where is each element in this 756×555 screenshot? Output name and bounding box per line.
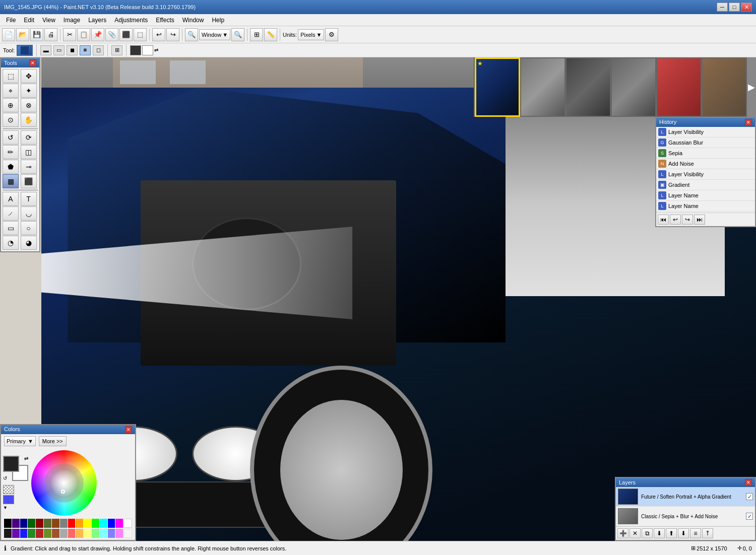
menu-layers[interactable]: Layers [84,16,110,25]
tool-line[interactable]: ⟋ [3,206,19,221]
palette-r2-10[interactable] [76,529,83,538]
palette-r2-3[interactable] [20,529,28,538]
tool-pencil[interactable]: ✏ [3,145,19,159]
palette-orange[interactable] [76,519,83,528]
tool-paintbucket[interactable]: ⬟ [3,160,19,174]
palette-saddlebrown[interactable] [52,519,59,528]
palette-cyan[interactable] [100,519,107,528]
layers-close-button[interactable]: ✕ [745,479,752,486]
tool-clone-stamp[interactable]: ⊕ [3,98,19,112]
thumbnail-5[interactable] [656,57,702,117]
palette-r2-9[interactable] [68,529,76,538]
select-all-button[interactable]: ⬚ [134,28,147,41]
palette-yellow[interactable] [84,519,91,528]
palette-darkred[interactable] [36,519,43,528]
duplicate-layer-button[interactable]: ⧉ [642,528,653,538]
window-dropdown[interactable]: Window ▼ [199,29,230,40]
menu-window[interactable]: Window [178,16,208,25]
tool-shapes[interactable]: ◡ [21,206,37,221]
palette-r2-6[interactable] [44,529,51,538]
ruler-button[interactable]: 📏 [264,28,277,41]
thumbnail-4[interactable] [611,57,656,117]
shape-4-btn[interactable]: ◾ [80,45,91,55]
palette-r2-8[interactable] [60,529,68,538]
tool-text[interactable]: A [3,192,19,206]
palette-darkblue[interactable] [20,519,28,528]
palette-r2-14[interactable] [108,529,115,538]
colors-more-button[interactable]: More >> [39,436,67,446]
tool-extra[interactable]: ◕ [21,236,37,250]
minimize-button[interactable]: ─ [717,3,728,12]
layer-item-1[interactable]: Classic / Sepia + Blur + Add Noise ✓ [616,507,755,526]
menu-file[interactable]: File [2,16,20,25]
add-layer-button[interactable]: ➕ [617,528,628,538]
color-options-icon[interactable]: ▼ [3,505,28,510]
flatten-button[interactable]: ⤒ [702,528,713,538]
move-up-button[interactable]: ⬆ [666,528,677,538]
shape-1-btn[interactable]: ▬ [40,45,51,55]
new-button[interactable]: 📄 [2,28,15,41]
palette-r2-11[interactable] [84,529,91,538]
merge-layer-button[interactable]: ⬇ [654,528,665,538]
history-item-1[interactable]: G Gaussian Blur [656,137,755,148]
primary-color-swatch[interactable] [3,456,19,472]
tool-magic-wand[interactable]: ✦ [21,84,37,98]
swap-colors-icon[interactable]: ⇄ [154,47,158,53]
history-undo-button[interactable]: ↩ [670,215,681,225]
grid-button[interactable]: ⊞ [250,28,263,41]
palette-darkgreen[interactable] [28,519,35,528]
copy-button[interactable]: 📋 [77,28,90,41]
units-dropdown[interactable]: Pixels ▼ [298,29,324,40]
settings-button[interactable]: ⚙ [325,28,338,41]
open-button[interactable]: 📂 [16,28,29,41]
history-item-2[interactable]: S Sepia [656,148,755,159]
zoom-out-button[interactable]: 🔍 [185,28,198,41]
history-item-0[interactable]: L Layer Visibility [656,127,755,137]
print-button[interactable]: 🖨 [44,28,57,41]
layer-check-0[interactable]: ✓ [746,493,753,500]
maximize-button[interactable]: □ [729,3,740,12]
tools-close-button[interactable]: ✕ [29,59,36,66]
tool-freeform[interactable]: ◔ [3,236,19,250]
history-item-3[interactable]: N Add Noise [656,159,755,169]
tool-zoom[interactable]: ⊙ [3,113,19,127]
history-item-7[interactable]: L Layer Name [656,201,755,212]
history-last-button[interactable]: ⏭ [694,215,705,225]
shape-2-btn[interactable]: ▭ [53,45,65,55]
history-item-4[interactable]: L Layer Visibility [656,169,755,180]
colors-close-button[interactable]: ✕ [125,426,132,433]
tool-clone2[interactable]: ⬛ [21,174,37,188]
palette-black[interactable] [4,519,12,528]
thumbnail-1[interactable]: ★ [475,57,520,117]
tool-lasso[interactable]: ⌖ [3,84,19,98]
thumbnail-2[interactable] [520,57,565,117]
palette-indigo[interactable] [12,519,20,528]
palette-r2-1[interactable] [4,529,12,538]
menu-edit[interactable]: Edit [20,16,38,25]
paste-button[interactable]: 📌 [91,28,104,41]
palette-grey[interactable] [60,519,68,528]
paste2-button[interactable]: 📎 [105,28,118,41]
cut-button[interactable]: ✂ [63,28,76,41]
reset-colors-btn[interactable]: ↺ [3,475,7,481]
tool-select2[interactable]: ⟳ [21,130,37,145]
palette-r2-13[interactable] [100,529,107,538]
delete-layer-button[interactable]: ✕ [629,528,641,538]
tool-text2[interactable]: T [21,192,37,206]
history-close-button[interactable]: ✕ [745,119,752,126]
tool-recolor[interactable]: ⊗ [21,98,37,112]
undo-button[interactable]: ↩ [152,28,165,41]
palette-r2-12[interactable] [92,529,99,538]
history-item-5[interactable]: ▣ Gradient [656,180,755,190]
color-wheel[interactable] [31,450,97,516]
grid-view-btn[interactable]: ⊞ [111,45,122,55]
palette-white[interactable] [123,519,132,528]
palette-r2-16[interactable] [123,529,132,538]
menu-effects[interactable]: Effects [152,16,178,25]
shape-3-btn[interactable]: ◼ [67,45,78,55]
menu-help[interactable]: Help [208,16,228,25]
tool-rectangle[interactable]: ▭ [3,221,19,235]
tool-eraser[interactable]: ◫ [21,145,37,159]
tool-colorpicker[interactable]: ⊸ [21,160,37,174]
palette-r2-2[interactable] [12,529,20,538]
